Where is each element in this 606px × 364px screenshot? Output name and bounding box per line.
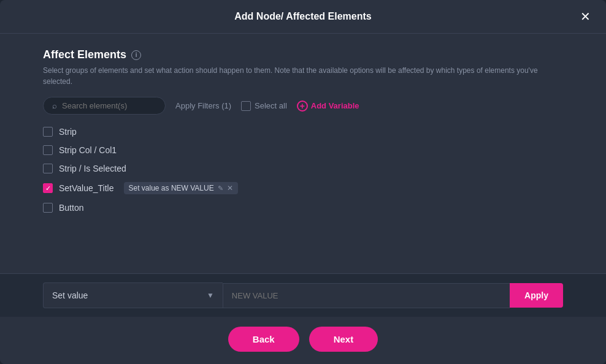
list-item: Button [43,203,563,213]
apply-button[interactable]: Apply [510,283,563,308]
strip-label: Strip [59,127,77,137]
info-icon[interactable]: i [131,50,141,60]
tag-close-icon[interactable]: ✕ [227,184,233,192]
button-checkbox[interactable] [43,203,53,213]
section-title: Affect Elements i [43,48,563,61]
setvalue-title-label: SetValue_Title [59,183,114,193]
back-button[interactable]: Back [228,327,299,352]
close-button[interactable]: ✕ [577,8,594,25]
add-variable-button[interactable]: + Add Variable [297,100,359,112]
elements-list: Strip Strip Col / Col1 Strip / Is Select… [43,127,563,264]
set-value-select-wrapper: Set value Clear value Toggle Add class R… [43,282,223,308]
setvalue-title-checkbox[interactable]: ✓ [43,183,53,193]
apply-filters-button[interactable]: Apply Filters (1) [175,101,231,110]
filter-row: ⌕ Apply Filters (1) Select all + Add Var… [43,97,563,115]
section-description: Select groups of elements and set what a… [43,65,563,87]
modal-header: Add Node/ Affected Elements ✕ [0,0,606,34]
strip-is-selected-checkbox[interactable] [43,164,53,173]
action-bar: Set value Clear value Toggle Add class R… [0,273,606,317]
tag-edit-icon[interactable]: ✎ [218,184,223,192]
next-button[interactable]: Next [309,327,378,352]
strip-col-checkbox[interactable] [43,145,53,155]
strip-checkbox[interactable] [43,127,53,137]
list-item: Strip [43,127,563,137]
modal: Add Node/ Affected Elements ✕ Affect Ele… [0,0,606,364]
strip-col-label: Strip Col / Col1 [59,145,117,155]
select-all-row[interactable]: Select all [241,101,287,111]
modal-actions: Back Next [0,317,606,364]
plus-circle-icon: + [297,100,308,112]
modal-title: Add Node/ Affected Elements [234,11,371,22]
button-label: Button [59,203,83,213]
set-value-select[interactable]: Set value Clear value Toggle Add class R… [43,282,223,308]
list-item: ✓ SetValue_Title Set value as NEW VALUE … [43,182,563,194]
set-value-tag: Set value as NEW VALUE ✎ ✕ [124,182,238,194]
strip-is-selected-label: Strip / Is Selected [59,164,126,173]
select-all-label: Select all [255,101,287,110]
list-item: Strip / Is Selected [43,164,563,173]
list-item: Strip Col / Col1 [43,145,563,155]
new-value-input[interactable] [223,283,510,308]
modal-body: Affect Elements i Select groups of eleme… [0,34,606,273]
add-variable-label: Add Variable [311,101,359,110]
search-icon: ⌕ [52,101,57,110]
search-box: ⌕ [43,97,166,115]
search-input[interactable] [62,101,156,110]
select-all-checkbox[interactable] [241,101,251,111]
tag-text: Set value as NEW VALUE [129,184,214,192]
